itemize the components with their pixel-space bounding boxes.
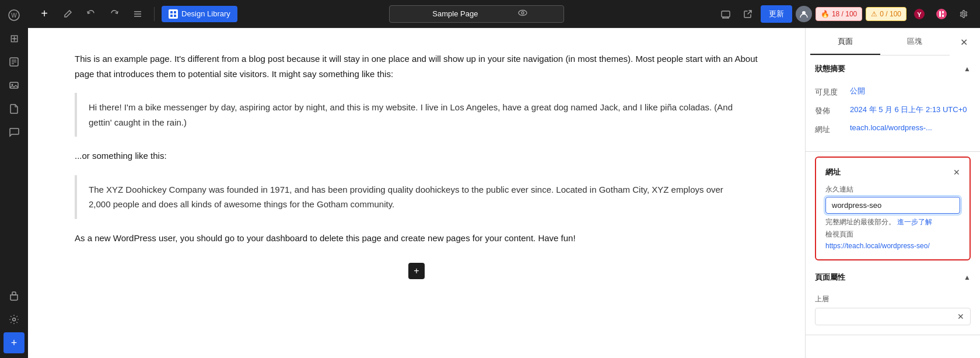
publish-field: 發佈 2024 年 5 月 6 日上午 2:13 UTC+0 bbox=[815, 105, 971, 116]
dashboard-icon[interactable]: ⊞ bbox=[4, 28, 24, 49]
attributes-section-title: 頁面屬性 bbox=[815, 272, 845, 283]
visibility-value[interactable]: 公開 bbox=[850, 86, 865, 96]
undo-button[interactable] bbox=[82, 5, 100, 23]
comments-icon[interactable] bbox=[4, 121, 24, 142]
svg-rect-27 bbox=[939, 11, 941, 17]
svg-rect-19 bbox=[722, 11, 730, 17]
pages-icon[interactable] bbox=[4, 98, 24, 119]
url-popup-close-button[interactable]: ✕ bbox=[953, 168, 960, 177]
add-block-inline-button[interactable]: + bbox=[408, 263, 425, 279]
preview-mode-button[interactable] bbox=[716, 5, 735, 23]
warning-icon: ⚠ bbox=[871, 10, 877, 18]
blockquote-1-text: Hi there! I'm a bike messenger by day, a… bbox=[89, 102, 733, 127]
svg-point-7 bbox=[12, 84, 13, 86]
status-section-header[interactable]: 狀態摘要 ▲ bbox=[806, 57, 980, 81]
svg-rect-13 bbox=[170, 11, 173, 13]
plugins-icon[interactable] bbox=[4, 286, 24, 307]
permalink-input[interactable] bbox=[825, 197, 960, 214]
url-label: 網址 bbox=[815, 123, 850, 135]
sidebar-panel-header: 頁面 區塊 ✕ bbox=[806, 28, 980, 57]
permalink-label: 永久連結 bbox=[825, 185, 960, 194]
blockquote-2-text: The XYZ Doohickey Company was founded in… bbox=[89, 185, 723, 210]
page-title-bar bbox=[242, 5, 712, 23]
hint-link[interactable]: 進一步了解 bbox=[897, 218, 932, 226]
left-sidebar: W ⊞ bbox=[0, 0, 28, 358]
top-toolbar: + Design L bbox=[28, 0, 980, 28]
parent-label: 上層 bbox=[815, 294, 971, 304]
toolbar-right: 更新 🔥 18 / 100 ⚠ 0 / 100 Y bbox=[716, 5, 973, 23]
attributes-section-header[interactable]: 頁面屬性 ▲ bbox=[806, 265, 980, 290]
blockquote-2[interactable]: The XYZ Doohickey Company was founded in… bbox=[75, 175, 758, 219]
preview-icon[interactable] bbox=[518, 8, 527, 20]
yoast-icon[interactable]: Y bbox=[910, 5, 929, 23]
paragraph-1[interactable]: This is an example page. It's different … bbox=[75, 51, 758, 81]
errors-count: 18 / 100 bbox=[832, 10, 857, 18]
close-panel-button[interactable]: ✕ bbox=[954, 33, 973, 52]
svg-point-26 bbox=[936, 9, 947, 19]
url-value[interactable]: teach.local/wordpress-... bbox=[850, 123, 932, 132]
seo-errors-badge[interactable]: 🔥 18 / 100 bbox=[816, 7, 862, 21]
user-avatar[interactable] bbox=[796, 6, 812, 22]
svg-rect-15 bbox=[170, 15, 173, 17]
svg-point-30 bbox=[963, 13, 965, 15]
fire-icon: 🔥 bbox=[821, 10, 830, 18]
tab-page[interactable]: 頁面 bbox=[810, 29, 880, 55]
settings-sidebar-icon[interactable] bbox=[4, 309, 24, 330]
status-section-body: 可見度 公開 發佈 2024 年 5 月 6 日上午 2:13 UTC+0 網址… bbox=[806, 81, 980, 151]
seo-warnings-badge[interactable]: ⚠ 0 / 100 bbox=[866, 7, 907, 21]
svg-rect-16 bbox=[174, 15, 176, 17]
svg-point-9 bbox=[13, 318, 16, 321]
toolbar-separator-1 bbox=[154, 7, 155, 21]
svg-rect-28 bbox=[942, 11, 944, 13]
attributes-section: 頁面屬性 ▲ 上層 ✕ bbox=[806, 265, 980, 335]
parent-input-container[interactable]: ✕ bbox=[815, 308, 971, 325]
tab-block[interactable]: 區塊 bbox=[880, 29, 950, 55]
media-icon[interactable] bbox=[4, 75, 24, 96]
update-button[interactable]: 更新 bbox=[761, 5, 792, 23]
url-popup: 網址 ✕ 永久連結 完整網址的最後部分。 進一步了解 檢視頁面 https://… bbox=[815, 157, 971, 260]
wp-logo-icon[interactable]: W bbox=[4, 5, 24, 26]
parent-input-clear[interactable]: ✕ bbox=[957, 312, 964, 321]
status-section: 狀態摘要 ▲ 可見度 公開 發佈 2024 年 5 月 6 日上午 2:13 U… bbox=[806, 57, 980, 152]
svg-text:W: W bbox=[11, 12, 17, 19]
hint-text: 完整網址的最後部分。 bbox=[825, 218, 895, 226]
svg-rect-14 bbox=[174, 11, 176, 13]
sidebar-tabs: 頁面 區塊 bbox=[810, 29, 950, 55]
edit-mode-button[interactable] bbox=[58, 5, 77, 23]
add-new-sidebar-icon[interactable]: + bbox=[4, 332, 24, 353]
visibility-label: 可見度 bbox=[815, 86, 850, 98]
redo-button[interactable] bbox=[105, 5, 124, 23]
design-library-icon bbox=[169, 9, 178, 19]
url-popup-title: 網址 bbox=[825, 167, 841, 178]
main-content-area: This is an example page. It's different … bbox=[28, 28, 805, 358]
external-link-button[interactable] bbox=[738, 5, 757, 23]
settings-panel-button[interactable] bbox=[954, 5, 973, 23]
blockquote-1[interactable]: Hi there! I'm a bike messenger by day, a… bbox=[75, 93, 758, 137]
list-view-button[interactable] bbox=[128, 5, 147, 23]
warnings-count: 0 / 100 bbox=[880, 10, 901, 18]
design-library-label: Design Library bbox=[181, 9, 230, 18]
status-section-toggle[interactable]: ▲ bbox=[964, 65, 971, 73]
attributes-section-toggle[interactable]: ▲ bbox=[964, 273, 971, 281]
right-sidebar: 頁面 區塊 ✕ 狀態摘要 ▲ 可見度 公開 發佈 2024 年 5 月 6 日上… bbox=[805, 28, 980, 358]
page-title-input[interactable] bbox=[397, 9, 513, 18]
design-library-button[interactable]: Design Library bbox=[162, 6, 237, 22]
svg-text:Y: Y bbox=[917, 11, 922, 18]
paragraph-3[interactable]: As a new WordPress user, you should go t… bbox=[75, 231, 758, 246]
url-popup-header: 網址 ✕ bbox=[825, 167, 960, 178]
visibility-field: 可見度 公開 bbox=[815, 86, 971, 98]
add-block-toolbar-button[interactable]: + bbox=[35, 5, 54, 23]
publish-value[interactable]: 2024 年 5 月 6 日上午 2:13 UTC+0 bbox=[850, 105, 967, 115]
url-popup-hint: 完整網址的最後部分。 進一步了解 bbox=[825, 217, 960, 227]
parent-input[interactable] bbox=[821, 312, 957, 321]
paragraph-2[interactable]: ...or something like this: bbox=[75, 148, 758, 164]
attributes-section-body: 上層 ✕ bbox=[806, 290, 980, 335]
elementor-icon[interactable] bbox=[932, 5, 951, 23]
posts-icon[interactable] bbox=[4, 51, 24, 72]
svg-rect-29 bbox=[942, 15, 944, 17]
svg-point-17 bbox=[519, 10, 527, 15]
status-section-title: 狀態摘要 bbox=[815, 64, 845, 74]
url-field: 網址 teach.local/wordpress-... bbox=[815, 123, 971, 135]
page-title-input-container[interactable] bbox=[389, 5, 564, 23]
full-url-link[interactable]: https://teach.local/wordpress-seo/ bbox=[825, 242, 960, 250]
